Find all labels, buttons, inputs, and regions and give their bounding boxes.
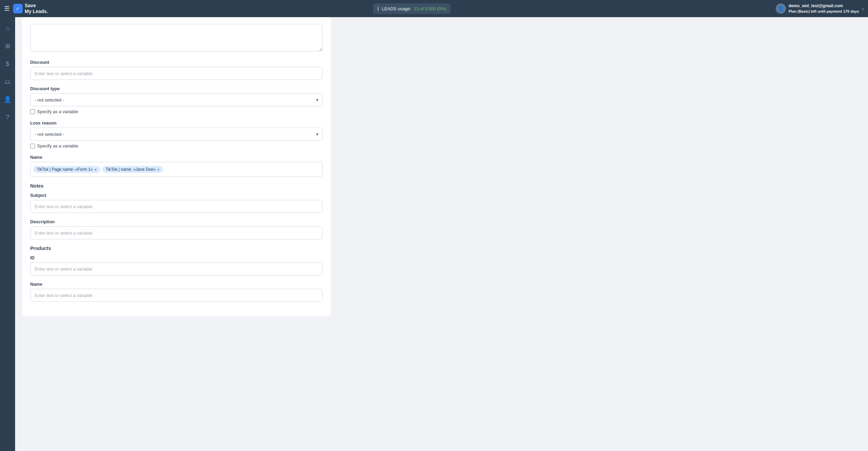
top-nav-left: ☰ ✓ Save My Leads.	[4, 3, 48, 14]
products-name-label: Name	[30, 282, 322, 287]
name-label: Name	[30, 155, 322, 160]
top-navigation: ☰ ✓ Save My Leads. ℹ LEADS usage: 13 of …	[0, 0, 868, 17]
discount-type-select[interactable]: - not selected - Percentage Fixed amount	[30, 93, 322, 106]
loss-reason-select[interactable]: - not selected -	[30, 128, 322, 141]
discount-type-select-wrapper: - not selected - Percentage Fixed amount…	[30, 93, 322, 106]
content-area: Discount Discount type - not selected - …	[15, 17, 793, 451]
logo: ✓ Save My Leads.	[13, 3, 48, 14]
sidebar-item-billing[interactable]: $	[2, 58, 13, 69]
name-field-group: Name TikTok | Page name: «Form 1» × TikT…	[30, 155, 322, 177]
sidebar-item-home[interactable]: ⌂	[2, 23, 13, 34]
form-container: Discount Discount type - not selected - …	[22, 17, 331, 316]
user-plan: Plan |Basic| left until payment 170 days	[789, 9, 859, 14]
notes-section: Notes Subject Description	[30, 183, 322, 239]
products-section: Products ID Name	[30, 246, 322, 302]
products-id-input[interactable]	[30, 262, 322, 275]
discount-type-specify-variable-label[interactable]: Specify as a variable	[30, 109, 322, 114]
leads-usage-badge: ℹ LEADS usage: 13 of 5'000 (0%)	[373, 3, 450, 14]
notes-description-input[interactable]	[30, 226, 322, 239]
products-section-label: Products	[30, 246, 322, 251]
name-chip-0-text: TikTok | Page name: «Form 1»	[37, 167, 93, 172]
user-info: demo_sml_test@gmail.com Plan |Basic| lef…	[789, 3, 859, 14]
products-id-group: ID	[30, 255, 322, 275]
main-layout: ⌂ ⊞ $ 🗂 👤 ? Discount Discount type - not…	[0, 17, 868, 451]
sidebar-item-jobs[interactable]: 🗂	[2, 76, 13, 87]
notes-section-label: Notes	[30, 183, 322, 189]
loss-reason-field-group: Loss reason - not selected - ▾ Specify a…	[30, 120, 322, 149]
leads-usage-count: 13 of 5'000 (0%)	[414, 6, 446, 11]
loss-reason-specify-variable-text: Specify as a variable	[37, 143, 78, 149]
top-textarea[interactable]	[30, 24, 322, 51]
discount-field-group: Discount	[30, 60, 322, 80]
info-icon: ℹ	[377, 5, 379, 12]
notes-subject-label: Subject	[30, 193, 322, 198]
products-name-input[interactable]	[30, 289, 322, 302]
chevron-right-icon[interactable]: ›	[862, 5, 864, 12]
hamburger-menu-icon[interactable]: ☰	[4, 5, 10, 12]
right-panel	[793, 17, 868, 451]
name-tags-input[interactable]: TikTok | Page name: «Form 1» × TikTok | …	[30, 162, 322, 177]
user-avatar: 👤	[776, 3, 786, 14]
logo-check-icon: ✓	[13, 4, 23, 13]
loss-reason-specify-variable-checkbox[interactable]	[30, 144, 35, 149]
discount-input[interactable]	[30, 67, 322, 80]
name-chip-0: TikTok | Page name: «Form 1» ×	[33, 166, 100, 173]
sidebar: ⌂ ⊞ $ 🗂 👤 ?	[0, 17, 15, 451]
name-chip-1-close[interactable]: ×	[157, 167, 160, 172]
discount-type-field-group: Discount type - not selected - Percentag…	[30, 86, 322, 114]
name-chip-1: TikTok | name: «Jane Doe» ×	[102, 166, 163, 173]
top-nav-center: ℹ LEADS usage: 13 of 5'000 (0%)	[373, 3, 450, 14]
discount-type-specify-variable-text: Specify as a variable	[37, 109, 78, 114]
sidebar-item-integrations[interactable]: ⊞	[2, 40, 13, 51]
name-chip-0-close[interactable]: ×	[94, 167, 97, 172]
leads-usage-label: LEADS usage:	[382, 6, 411, 11]
products-id-label: ID	[30, 255, 322, 260]
discount-type-specify-variable-checkbox[interactable]	[30, 109, 35, 114]
notes-description-label: Description	[30, 219, 322, 224]
notes-subject-input[interactable]	[30, 200, 322, 213]
user-email: demo_sml_test@gmail.com	[789, 3, 859, 9]
top-nav-right: 👤 demo_sml_test@gmail.com Plan |Basic| l…	[776, 3, 864, 14]
loss-reason-specify-variable-label[interactable]: Specify as a variable	[30, 143, 322, 149]
loss-reason-label: Loss reason	[30, 120, 322, 126]
name-chip-1-text: TikTok | name: «Jane Doe»	[106, 167, 155, 172]
logo-text: Save My Leads.	[25, 3, 48, 14]
loss-reason-select-wrapper: - not selected - ▾	[30, 128, 322, 141]
discount-type-label: Discount type	[30, 86, 322, 91]
products-name-group: Name	[30, 282, 322, 302]
sidebar-item-help[interactable]: ?	[2, 112, 13, 123]
notes-subject-group: Subject	[30, 193, 322, 213]
sidebar-item-profile[interactable]: 👤	[2, 94, 13, 105]
notes-description-group: Description	[30, 219, 322, 239]
discount-label: Discount	[30, 60, 322, 65]
